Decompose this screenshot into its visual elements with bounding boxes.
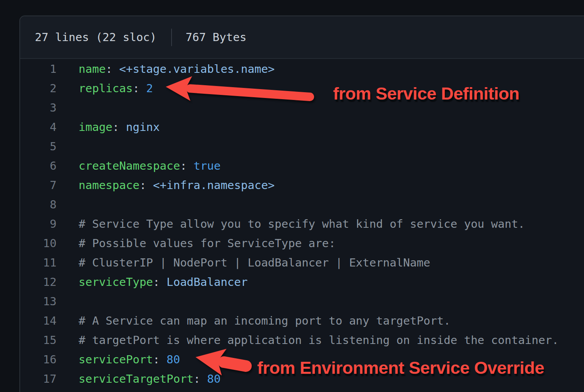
code-text: # Possible values for ServiceType are: xyxy=(79,237,335,250)
code-line: 5 xyxy=(20,137,584,156)
code-text: # Service Type allow you to specify what… xyxy=(79,217,525,230)
line-number[interactable]: 11 xyxy=(20,256,57,269)
arrow-up-left-icon xyxy=(190,343,259,382)
file-size-info: 767 Bytes xyxy=(186,31,246,44)
line-number[interactable]: 1 xyxy=(20,62,57,76)
code-text: image: nginx xyxy=(79,120,160,134)
line-number[interactable]: 3 xyxy=(20,101,57,114)
line-number[interactable]: 7 xyxy=(20,179,57,192)
line-number[interactable]: 8 xyxy=(20,198,57,211)
arrow-left-icon xyxy=(159,72,321,107)
line-number[interactable]: 13 xyxy=(20,295,57,308)
code-text: namespace: <+infra.namespace> xyxy=(79,179,275,192)
code-line: 4image: nginx xyxy=(20,117,584,137)
code-line: 14# A Service can map an incoming port t… xyxy=(20,311,584,330)
line-number[interactable]: 9 xyxy=(20,217,57,230)
annotation-environment-override: from Environment Service Override xyxy=(257,359,544,377)
code-line: 13 xyxy=(20,292,584,311)
code-line: 10# Possible values for ServiceType are: xyxy=(20,234,584,253)
code-text: createNamespace: true xyxy=(79,159,221,172)
code-area: 1name: <+stage.variables.name>2replicas:… xyxy=(20,59,584,389)
code-text: # ClusterIP | NodePort | LoadBalancer | … xyxy=(79,256,430,269)
line-number[interactable]: 10 xyxy=(20,237,57,250)
page: 27 lines (22 sloc) 767 Bytes 1name: <+st… xyxy=(0,0,584,392)
line-number[interactable]: 16 xyxy=(20,353,57,366)
code-line: 15# targetPort is where application is l… xyxy=(20,330,584,350)
line-number[interactable]: 12 xyxy=(20,275,57,289)
code-line: 7namespace: <+infra.namespace> xyxy=(20,175,584,195)
line-number[interactable]: 17 xyxy=(20,372,57,385)
code-line: 6createNamespace: true xyxy=(20,156,584,175)
annotation-service-definition: from Service Definition xyxy=(333,85,519,102)
line-number[interactable]: 4 xyxy=(20,120,57,134)
code-text: # A Service can map an incoming port to … xyxy=(79,314,450,327)
code-line: 11# ClusterIP | NodePort | LoadBalancer … xyxy=(20,253,584,272)
code-line: 12serviceType: LoadBalancer xyxy=(20,272,584,292)
line-number[interactable]: 6 xyxy=(20,159,57,172)
file-header: 27 lines (22 sloc) 767 Bytes xyxy=(20,16,584,59)
line-number[interactable]: 14 xyxy=(20,314,57,327)
header-divider xyxy=(171,29,172,46)
line-number[interactable]: 5 xyxy=(20,140,57,153)
code-text: serviceType: LoadBalancer xyxy=(79,275,248,289)
line-number[interactable]: 15 xyxy=(20,334,57,347)
code-line: 9# Service Type allow you to specify wha… xyxy=(20,214,584,234)
file-lines-info: 27 lines (22 sloc) xyxy=(35,31,156,44)
line-number[interactable]: 2 xyxy=(20,82,57,95)
code-text: servicePort: 80 xyxy=(79,353,180,366)
code-line: 8 xyxy=(20,195,584,214)
code-text: # targetPort is where application is lis… xyxy=(79,334,559,347)
code-text: replicas: 2 xyxy=(79,82,153,95)
